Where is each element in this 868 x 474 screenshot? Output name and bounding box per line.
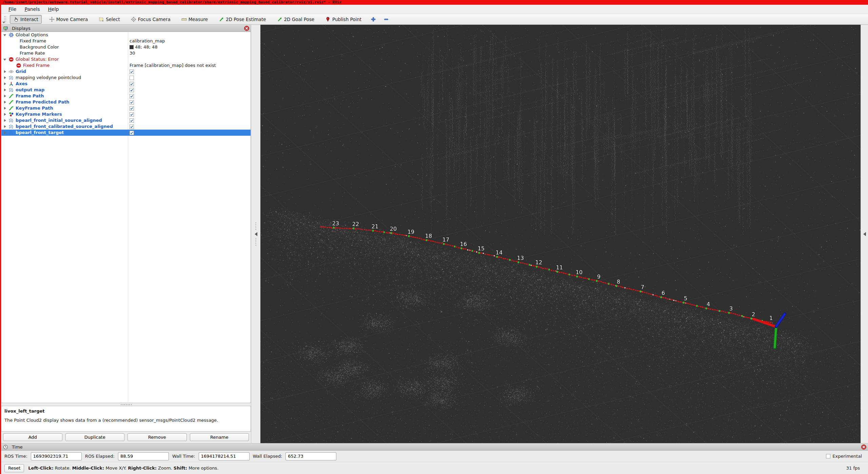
- expander-icon[interactable]: [3, 131, 7, 134]
- reset-button[interactable]: Reset: [4, 464, 24, 472]
- tool-move-camera[interactable]: Move Camera: [46, 15, 91, 24]
- expander-icon[interactable]: [3, 70, 7, 73]
- display-enabled-checkbox[interactable]: [130, 70, 134, 74]
- display-enabled-checkbox[interactable]: [130, 94, 134, 98]
- tool-measure[interactable]: Measure: [178, 15, 211, 24]
- tree-row-bpearl-front-target[interactable]: bpearl_front_target: [1, 130, 251, 136]
- displays-close-button[interactable]: [244, 26, 249, 31]
- ros-time-input[interactable]: [31, 452, 82, 460]
- display-enabled-checkbox[interactable]: [130, 76, 134, 80]
- experimental-checkbox[interactable]: [826, 454, 830, 458]
- clock-icon: [3, 444, 8, 450]
- tree-row-frame-predicted-path[interactable]: Frame Predicted Path: [1, 99, 251, 105]
- tree-row-keyframe-path[interactable]: KeyFrame Path: [1, 105, 251, 111]
- expander-icon[interactable]: [3, 113, 7, 116]
- display-enabled-checkbox[interactable]: [130, 82, 134, 86]
- display-enabled-checkbox[interactable]: [130, 88, 134, 92]
- displays-tree: Global OptionsFixed Framecalibration_map…: [1, 32, 251, 403]
- check-icon: [130, 88, 134, 92]
- display-enabled-checkbox[interactable]: [130, 100, 134, 105]
- tree-row-bpearl-front-calibrated-source-aligned[interactable]: bpearl_front_calibrated_source_aligned: [1, 124, 251, 130]
- tree-row-keyframe-markers[interactable]: KeyFrame Markers: [1, 111, 251, 117]
- display-enabled-checkbox[interactable]: [130, 131, 134, 135]
- toolbar-overflow-icon[interactable]: [2, 22, 5, 23]
- time-panel-header[interactable]: Time: [1, 443, 868, 451]
- check-icon: [130, 125, 134, 129]
- tree-row-frame-path[interactable]: Frame Path: [1, 93, 251, 99]
- property-value[interactable]: calibration_map: [130, 38, 165, 44]
- expander-icon[interactable]: [3, 58, 7, 61]
- tool-focus-camera[interactable]: Focus Camera: [127, 15, 174, 24]
- keyframe-label-16: 16: [460, 241, 467, 247]
- expander-icon[interactable]: [3, 119, 7, 122]
- tree-row-global-options[interactable]: Global Options: [1, 32, 251, 38]
- wall-elapsed-input[interactable]: [285, 452, 336, 460]
- menu-help[interactable]: Help: [44, 5, 63, 13]
- tool-2d-goal-pose[interactable]: 2D Goal Pose: [274, 15, 318, 24]
- display-enabled-checkbox[interactable]: [130, 118, 134, 123]
- time-close-button[interactable]: [861, 444, 866, 450]
- close-x-icon: [245, 27, 248, 30]
- tool-label: Move Camera: [56, 17, 88, 22]
- rviz-window: /home/ismet/projects/autoware.tutorial_v…: [0, 0, 868, 474]
- expand-right-arrow-icon[interactable]: [863, 232, 866, 236]
- menu-file[interactable]: File: [4, 5, 20, 13]
- display-enabled-checkbox[interactable]: [130, 106, 134, 111]
- check-icon: [130, 94, 134, 98]
- property-value[interactable]: 30: [130, 50, 135, 56]
- expander-icon[interactable]: [3, 107, 7, 110]
- pointcloud-canvas[interactable]: [260, 25, 861, 443]
- remove-button[interactable]: Remove: [127, 433, 187, 441]
- expander-icon[interactable]: [3, 76, 7, 79]
- left-viewport-splitter[interactable]: [251, 25, 260, 443]
- tree-row-fixed-frame[interactable]: Fixed Framecalibration_map: [1, 38, 251, 44]
- tree-row-axes[interactable]: Axes: [1, 81, 251, 87]
- tree-row-background-color[interactable]: Background Color48; 48; 48: [1, 44, 251, 50]
- tool-2d-pose-estimate[interactable]: 2D Pose Estimate: [215, 15, 269, 24]
- tree-description-splitter[interactable]: [1, 403, 251, 406]
- expander-icon[interactable]: [3, 33, 7, 37]
- wall-time-input[interactable]: [199, 452, 250, 460]
- tree-row-mapping-velodyne-pointcloud[interactable]: mapping velodyne pointcloud: [1, 75, 251, 81]
- hand-cursor-icon: [13, 17, 19, 22]
- expander-icon[interactable]: [3, 125, 7, 128]
- display-enabled-checkbox[interactable]: [130, 112, 134, 117]
- remove-tool-button[interactable]: [382, 15, 391, 24]
- tree-row-global-status-error[interactable]: Global Status: Error: [1, 56, 251, 62]
- 3d-viewport[interactable]: 2322212019181716151413121110987654321: [260, 25, 861, 443]
- tree-row-bpearl-front-initial-source-aligned[interactable]: bpearl_front_initial_source_aligned: [1, 117, 251, 124]
- green-arrow-icon: [219, 17, 224, 22]
- displays-panel-title: Displays: [12, 26, 31, 31]
- tree-row-label: KeyFrame Markers: [16, 111, 62, 117]
- expander-icon[interactable]: [3, 88, 7, 92]
- tree-row-output-map[interactable]: output map: [1, 87, 251, 93]
- expander-icon[interactable]: [3, 94, 7, 98]
- display-enabled-checkbox[interactable]: [130, 125, 134, 129]
- expander-icon: [15, 52, 18, 55]
- tool-interact[interactable]: Interact: [10, 15, 42, 24]
- mouse-hints: Left-Click: Rotate. Middle-Click: Move X…: [28, 466, 218, 471]
- menu-panels[interactable]: Panels: [20, 5, 44, 13]
- duplicate-button[interactable]: Duplicate: [65, 433, 125, 441]
- ros-elapsed-input[interactable]: [118, 452, 169, 460]
- property-value[interactable]: 48; 48; 48: [135, 44, 158, 50]
- displays-panel-header[interactable]: Displays: [1, 25, 251, 32]
- tree-row-fixed-frame[interactable]: Fixed FrameFrame [calibration_map] does …: [1, 62, 251, 69]
- expander-icon: [15, 45, 18, 49]
- tool-select[interactable]: Select: [95, 15, 123, 24]
- tree-row-frame-rate[interactable]: Frame Rate30: [1, 50, 251, 56]
- add-tool-button[interactable]: [369, 15, 378, 24]
- check-icon: [130, 119, 134, 122]
- tree-row-grid[interactable]: Grid: [1, 69, 251, 75]
- property-value[interactable]: Frame [calibration_map] does not exist: [130, 62, 216, 69]
- rename-button[interactable]: Rename: [190, 433, 249, 441]
- expander-icon[interactable]: [3, 82, 7, 86]
- color-swatch[interactable]: [130, 45, 134, 49]
- tool-publish-point[interactable]: Publish Point: [322, 15, 365, 24]
- expander-icon[interactable]: [3, 100, 7, 104]
- tool-label: Select: [106, 17, 120, 22]
- collapse-left-arrow-icon[interactable]: [255, 232, 257, 236]
- add-button[interactable]: Add: [3, 433, 62, 441]
- right-panel-splitter[interactable]: [861, 25, 868, 443]
- displays-panel-icon: [3, 25, 8, 31]
